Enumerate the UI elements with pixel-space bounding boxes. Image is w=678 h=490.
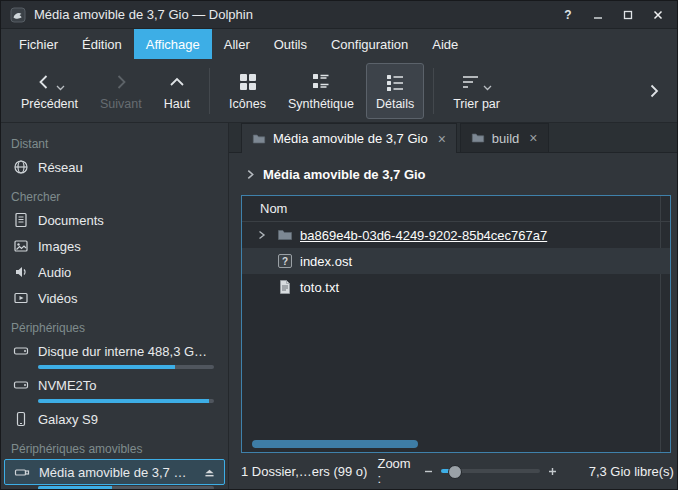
file-row[interactable]: toto.txt bbox=[242, 274, 670, 300]
toolbar-overflow-button[interactable] bbox=[641, 69, 667, 113]
menu-edition[interactable]: Édition bbox=[70, 29, 134, 59]
grid-view-icon bbox=[238, 71, 258, 93]
zoom-label: Zoom : bbox=[377, 456, 415, 486]
compact-view-icon bbox=[311, 71, 331, 93]
folder-icon bbox=[252, 132, 266, 146]
menu-fichier[interactable]: Fichier bbox=[7, 29, 70, 59]
caret-down-icon bbox=[483, 85, 492, 91]
icons-view-button[interactable]: Icônes bbox=[219, 63, 276, 119]
tab-label: Média amovible de 3,7 Gio bbox=[273, 131, 428, 146]
sidebar-item-audio[interactable]: Audio bbox=[1, 259, 228, 285]
zoom-in-icon[interactable] bbox=[548, 467, 557, 476]
disk-usage-bar bbox=[38, 365, 214, 369]
tab-label: build bbox=[492, 131, 519, 146]
file-row[interactable]: ba869e4b-03d6-4249-9202-85b4cec767a7 bbox=[242, 222, 670, 248]
disk-usage-bar bbox=[38, 486, 214, 489]
main-toolbar: Précédent Suivant Haut Icônes Synthétiqu… bbox=[1, 59, 677, 123]
file-view: Nom ba869e4b-03d6-4249-9202-85b4cec767a7… bbox=[241, 195, 671, 453]
tab-build[interactable]: build × bbox=[460, 123, 549, 152]
sidebar-item-media-amovible[interactable]: Média amovible de 3,7 … bbox=[4, 459, 225, 485]
minimize-button[interactable] bbox=[587, 5, 609, 25]
details-view-icon bbox=[385, 71, 405, 93]
zoom-slider-thumb[interactable] bbox=[441, 469, 456, 473]
unknown-file-icon: ? bbox=[277, 253, 293, 269]
hard-drive-icon bbox=[13, 343, 29, 359]
places-panel: Distant Réseau Chercher Documents Images… bbox=[1, 123, 229, 489]
sidebar-item-galaxy-s9[interactable]: Galaxy S9 bbox=[1, 406, 228, 432]
status-bar: 1 Dossier,…ers (99 o) Zoom : 7,3 Gio lib… bbox=[229, 453, 677, 489]
section-header-chercher: Chercher bbox=[1, 187, 228, 207]
disk-usage-bar bbox=[38, 399, 214, 403]
folder-icon bbox=[471, 131, 485, 145]
column-header-nom[interactable]: Nom bbox=[242, 196, 670, 222]
file-name[interactable]: toto.txt bbox=[300, 280, 339, 295]
tab-media-amovible[interactable]: Média amovible de 3,7 Gio × bbox=[241, 123, 457, 153]
section-header-distant: Distant bbox=[1, 134, 228, 154]
window-title: Média amovible de 3,7 Gio — Dolphin bbox=[34, 7, 253, 22]
horizontal-scrollbar[interactable] bbox=[248, 440, 664, 448]
section-header-peripheriques-amovibles: Périphériques amovibles bbox=[1, 439, 228, 459]
removable-drive-icon bbox=[14, 464, 30, 480]
toolbar-separator bbox=[209, 68, 210, 114]
close-icon[interactable]: × bbox=[529, 131, 537, 145]
text-file-icon bbox=[277, 279, 293, 295]
maximize-button[interactable] bbox=[617, 5, 639, 25]
chevron-right-icon bbox=[111, 71, 131, 93]
zoom-slider[interactable] bbox=[441, 469, 540, 473]
menu-outils[interactable]: Outils bbox=[262, 29, 319, 59]
image-icon bbox=[13, 238, 29, 254]
chevron-right-icon bbox=[245, 169, 256, 180]
menu-affichage[interactable]: Affichage bbox=[134, 29, 212, 59]
main-view: Média amovible de 3,7 Gio × build × Médi… bbox=[229, 123, 677, 489]
sort-icon bbox=[461, 72, 481, 92]
details-view-button[interactable]: Détails bbox=[366, 63, 424, 119]
close-icon[interactable]: × bbox=[438, 132, 446, 146]
sidebar-item-reseau[interactable]: Réseau bbox=[1, 154, 228, 180]
menu-aller[interactable]: Aller bbox=[212, 29, 262, 59]
audio-icon bbox=[13, 264, 29, 280]
menubar: Fichier Édition Affichage Aller Outils C… bbox=[1, 29, 677, 59]
sidebar-item-videos[interactable]: Vidéos bbox=[1, 285, 228, 311]
file-name[interactable]: index.ost bbox=[300, 254, 352, 269]
expand-chevron-icon[interactable] bbox=[252, 230, 270, 240]
network-icon bbox=[13, 159, 29, 175]
sidebar-item-documents[interactable]: Documents bbox=[1, 207, 228, 233]
breadcrumb[interactable]: Média amovible de 3,7 Gio bbox=[263, 167, 426, 182]
file-row[interactable]: ? index.ost bbox=[242, 248, 670, 274]
selection-summary: 1 Dossier,…ers (99 o) bbox=[241, 464, 367, 479]
menu-configuration[interactable]: Configuration bbox=[319, 29, 420, 59]
close-button[interactable] bbox=[647, 5, 669, 25]
video-icon bbox=[13, 290, 29, 306]
chevron-right-icon bbox=[646, 83, 662, 99]
sidebar-item-nvme2to[interactable]: NVME2To bbox=[1, 372, 228, 398]
sidebar-item-disque-dur[interactable]: Disque dur interne 488,3 G… bbox=[1, 338, 228, 364]
document-icon bbox=[13, 212, 29, 228]
forward-button[interactable]: Suivant bbox=[90, 63, 152, 119]
titlebar: Média amovible de 3,7 Gio — Dolphin ? bbox=[1, 1, 677, 29]
zoom-out-icon[interactable] bbox=[424, 467, 433, 476]
folder-icon bbox=[277, 227, 293, 243]
free-space-label: 7,3 Gio libre(s) bbox=[589, 464, 674, 479]
compact-view-button[interactable]: Synthétique bbox=[278, 63, 364, 119]
dolphin-window: Média amovible de 3,7 Gio — Dolphin ? Fi… bbox=[0, 0, 678, 490]
eject-icon[interactable] bbox=[203, 466, 216, 479]
toolbar-separator bbox=[433, 68, 434, 114]
scrollbar-thumb[interactable] bbox=[252, 440, 418, 448]
chevron-up-icon bbox=[167, 71, 187, 93]
zoom-control: Zoom : bbox=[377, 456, 556, 486]
file-list: ba869e4b-03d6-4249-9202-85b4cec767a7 ? i… bbox=[242, 222, 670, 452]
up-button[interactable]: Haut bbox=[154, 63, 200, 119]
sort-by-button[interactable]: Trier par bbox=[443, 63, 510, 119]
content-area: Distant Réseau Chercher Documents Images… bbox=[1, 123, 677, 489]
app-icon bbox=[9, 6, 26, 23]
menu-aide[interactable]: Aide bbox=[420, 29, 470, 59]
chevron-left-icon bbox=[34, 72, 54, 92]
help-button[interactable]: ? bbox=[557, 5, 579, 25]
sidebar-item-images[interactable]: Images bbox=[1, 233, 228, 259]
section-header-peripheriques: Périphériques bbox=[1, 318, 228, 338]
tab-bar: Média amovible de 3,7 Gio × build × bbox=[229, 123, 677, 153]
back-button[interactable]: Précédent bbox=[11, 63, 88, 119]
phone-icon bbox=[13, 411, 29, 427]
hard-drive-icon bbox=[13, 377, 29, 393]
file-name[interactable]: ba869e4b-03d6-4249-9202-85b4cec767a7 bbox=[300, 228, 547, 243]
